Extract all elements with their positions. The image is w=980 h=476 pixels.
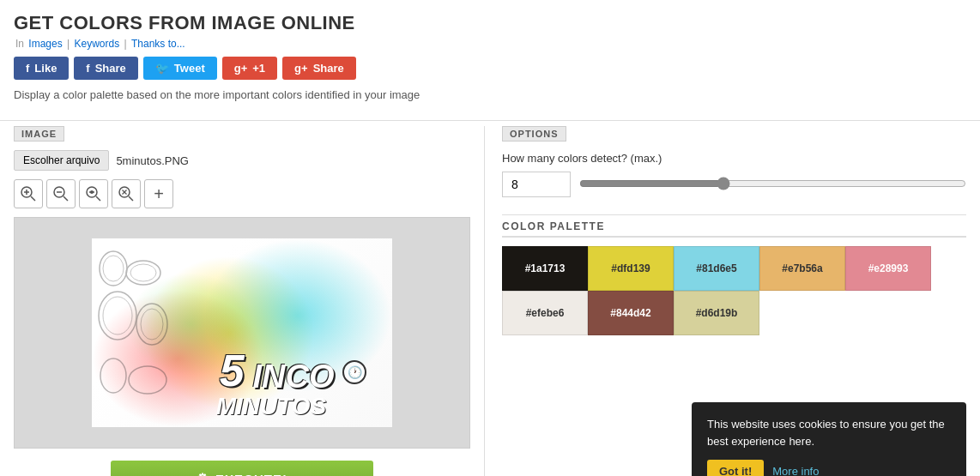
header-divider: [0, 120, 980, 121]
twitter-icon: 🐦: [155, 62, 169, 75]
image-text-inco: INCO: [253, 360, 335, 393]
more-info-link[interactable]: More info: [772, 465, 819, 476]
zoom-custom-button[interactable]: +: [144, 179, 173, 208]
svg-line-8: [96, 196, 100, 201]
color-count-row: [502, 172, 966, 197]
svg-line-5: [64, 196, 68, 201]
nav-links: In Images | Keywords | Thanks to...: [14, 38, 966, 50]
facebook-share-button[interactable]: f Share: [74, 57, 137, 80]
svg-point-23: [100, 359, 126, 393]
gear-icon: ⚙: [197, 471, 209, 476]
facebook-share-label: Share: [95, 62, 126, 75]
keywords-link[interactable]: Keywords: [75, 38, 120, 50]
social-buttons: f Like f Share 🐦 Tweet g+ +1 g+ Share: [14, 57, 966, 80]
options-divider: [502, 214, 966, 215]
color-count-slider[interactable]: [579, 177, 966, 190]
execute-btn-wrapper: ⚙ EXECUTE!: [14, 461, 470, 476]
color-swatches-row1: #1a1713#dfd139#81d6e5#e7b56a#e28993: [502, 246, 931, 291]
svg-line-1: [31, 196, 35, 201]
svg-point-20: [103, 297, 132, 334]
googleplus-plus-button[interactable]: g+ +1: [222, 57, 277, 80]
separator1: |: [67, 38, 72, 50]
separator2: |: [124, 38, 130, 50]
facebook-like-button[interactable]: f Like: [14, 57, 69, 80]
clock-icon: 🕐: [342, 360, 366, 384]
svg-point-24: [129, 366, 166, 394]
image-text-minutos: MINUTOS: [216, 393, 327, 420]
thanks-link[interactable]: Thanks to...: [131, 38, 185, 50]
zoom-in-icon: [20, 185, 37, 202]
color-swatch-1[interactable]: #dfd139: [588, 246, 674, 291]
facebook-like-label: Like: [34, 62, 57, 75]
got-it-button[interactable]: Got it!: [707, 460, 764, 476]
zoom-fit-icon: [118, 185, 135, 202]
color-swatch-r2-0[interactable]: #efebe6: [502, 291, 588, 335]
svg-point-15: [100, 251, 127, 286]
facebook-share-icon: f: [86, 62, 89, 75]
svg-line-12: [129, 196, 133, 201]
options-section-label: OPTIONS: [502, 126, 566, 142]
twitter-tweet-label: Tweet: [174, 62, 205, 75]
color-swatch-r2-2[interactable]: #d6d19b: [674, 291, 759, 335]
page-wrapper: GET COLORS FROM IMAGE ONLINE In Images |…: [0, 0, 980, 476]
execute-label: EXECUTE!: [215, 472, 287, 477]
file-row: Escolher arquivo 5minutos.PNG: [14, 150, 470, 171]
zoom-out-button[interactable]: [46, 179, 76, 208]
color-swatch-0[interactable]: #1a1713: [502, 246, 588, 291]
googleplus-share-button[interactable]: g+ Share: [282, 57, 356, 80]
in-label: In: [15, 38, 24, 50]
color-swatch-3[interactable]: #e7b56a: [759, 246, 845, 291]
svg-point-16: [103, 256, 124, 281]
svg-point-19: [99, 292, 136, 340]
header: GET COLORS FROM IMAGE ONLINE In Images |…: [0, 0, 980, 115]
images-link[interactable]: Images: [28, 38, 62, 50]
twitter-tweet-button[interactable]: 🐦 Tweet: [143, 57, 217, 80]
zoom-in-button[interactable]: [14, 179, 43, 208]
svg-point-10: [90, 190, 94, 194]
image-section-label: IMAGE: [14, 126, 64, 142]
zoom-out-icon: [52, 185, 70, 202]
image-text-cinco: 5: [220, 348, 245, 393]
zoom-reset-button[interactable]: [79, 179, 108, 208]
file-name-label: 5minutos.PNG: [116, 154, 189, 167]
zoom-reset-icon: [85, 185, 102, 202]
svg-point-22: [141, 309, 163, 340]
left-panel: IMAGE Escolher arquivo 5minutos.PNG: [0, 126, 485, 476]
detect-colors-label: How many colors detect? (max.): [502, 152, 966, 165]
googleplus-plus-label: +1: [252, 62, 265, 75]
slider-wrapper: [579, 177, 966, 193]
color-swatch-r2-1[interactable]: #844d42: [588, 291, 674, 335]
zoom-fit-button[interactable]: [112, 179, 141, 208]
page-title: GET COLORS FROM IMAGE ONLINE: [14, 12, 966, 34]
color-count-input[interactable]: [502, 172, 571, 197]
image-preview: 5 INCO MINUTOS 🕐: [14, 217, 470, 449]
zoom-controls: +: [14, 179, 470, 208]
page-description: Display a color palette based on the mor…: [14, 88, 966, 101]
googleplus-plus-icon: g+: [234, 62, 248, 75]
cookie-actions: Got it! More info: [707, 460, 951, 476]
color-swatch-2[interactable]: #81d6e5: [674, 246, 759, 291]
execute-button[interactable]: ⚙ EXECUTE!: [111, 461, 373, 476]
choose-file-button[interactable]: Escolher arquivo: [14, 150, 109, 171]
decorative-frames: [96, 247, 173, 419]
color-swatches-row2: #efebe6#844d42#d6d19b: [502, 291, 759, 335]
svg-point-18: [130, 264, 156, 281]
googleplus-share-label: Share: [313, 62, 344, 75]
googleplus-share-icon: g+: [294, 62, 308, 75]
color-swatch-4[interactable]: #e28993: [845, 246, 931, 291]
cookie-message: This website uses cookies to ensure you …: [707, 416, 951, 449]
color-palette-label: COLOR PALETTE: [502, 220, 966, 238]
cookie-banner: This website uses cookies to ensure you …: [692, 402, 966, 476]
facebook-like-icon: f: [26, 62, 29, 75]
preview-image: 5 INCO MINUTOS 🕐: [92, 238, 392, 427]
